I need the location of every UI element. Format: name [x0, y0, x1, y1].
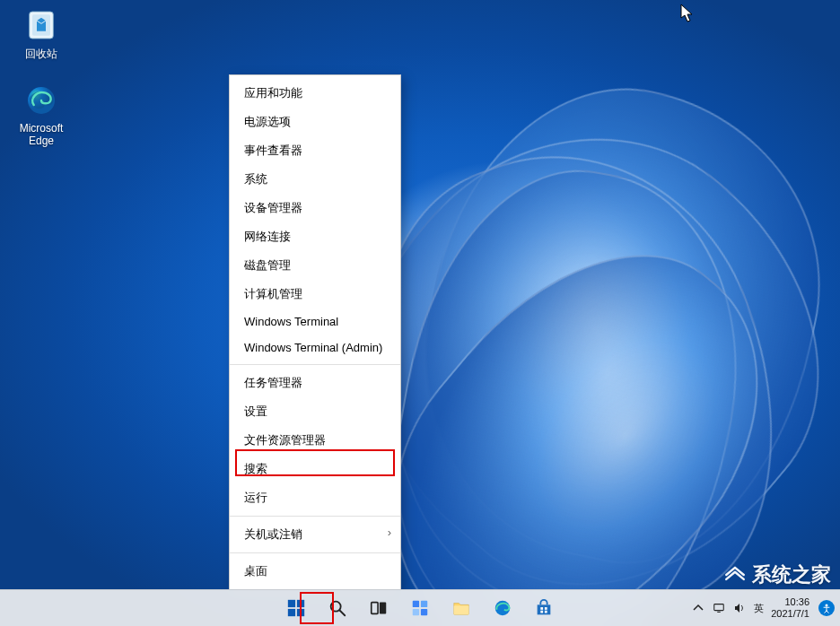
watermark-text: 系统之家	[752, 561, 831, 588]
tray-overflow-button[interactable]	[691, 601, 705, 615]
menu-item-apps-features[interactable]: 应用和功能	[230, 79, 400, 108]
store-icon	[534, 598, 554, 618]
svg-point-23	[826, 604, 828, 607]
desktop-icon-recycle-bin[interactable]: 回收站	[7, 7, 75, 62]
folder-icon	[451, 598, 471, 618]
svg-line-8	[340, 611, 346, 616]
taskbar-center-group	[278, 590, 562, 626]
widgets-icon	[410, 598, 430, 618]
winx-context-menu: 应用和功能 电源选项 事件查看器 系统 设备管理器 网络连接 磁盘管理 计算机管…	[229, 74, 401, 590]
menu-item-windows-terminal[interactable]: Windows Terminal	[230, 309, 400, 335]
recycle-bin-icon	[23, 7, 59, 43]
svg-rect-15	[454, 605, 469, 614]
menu-item-desktop[interactable]: 桌面	[230, 557, 400, 586]
tray-date: 2021/7/1	[771, 608, 809, 620]
menu-separator	[230, 364, 400, 365]
task-view-icon	[369, 598, 389, 618]
taskbar-widgets-button[interactable]	[402, 590, 438, 626]
monitor-icon	[713, 602, 725, 614]
menu-item-device-manager[interactable]: 设备管理器	[230, 194, 400, 222]
svg-rect-12	[421, 601, 427, 607]
svg-rect-19	[540, 611, 543, 613]
svg-rect-17	[540, 607, 543, 610]
edge-icon	[23, 83, 59, 118]
tray-time: 10:36	[771, 596, 809, 608]
desktop-wallpaper	[0, 0, 840, 626]
svg-point-7	[331, 602, 341, 612]
svg-rect-20	[545, 611, 547, 613]
menu-separator	[230, 516, 400, 517]
svg-rect-4	[297, 600, 304, 607]
tray-network-icon[interactable]	[713, 601, 725, 615]
menu-item-task-manager[interactable]: 任务管理器	[230, 369, 400, 397]
svg-rect-3	[288, 600, 295, 607]
menu-item-windows-terminal-admin[interactable]: Windows Terminal (Admin)	[230, 335, 400, 361]
svg-rect-10	[380, 603, 386, 614]
taskbar-store-button[interactable]	[526, 590, 562, 626]
person-icon	[821, 603, 832, 613]
svg-rect-13	[413, 609, 419, 615]
menu-item-search[interactable]: 搜索	[230, 455, 400, 483]
watermark: 系统之家	[723, 561, 831, 588]
chevron-up-icon	[691, 601, 705, 615]
tray-volume-icon[interactable]	[732, 601, 747, 615]
menu-item-computer-management[interactable]: 计算机管理	[230, 280, 400, 309]
menu-item-run[interactable]: 运行	[230, 483, 400, 512]
svg-rect-21	[714, 604, 724, 611]
desktop-icon-label: 回收站	[7, 47, 75, 62]
menu-item-event-viewer[interactable]: 事件查看器	[230, 136, 400, 165]
speaker-icon	[732, 601, 747, 615]
menu-separator	[230, 552, 400, 553]
menu-item-system[interactable]: 系统	[230, 165, 400, 194]
tray-ime-button[interactable]: 英	[754, 601, 764, 615]
svg-rect-11	[413, 601, 419, 607]
windows-start-icon	[286, 598, 306, 618]
tray-accessibility-icon[interactable]	[818, 600, 835, 616]
taskbar-edge-button[interactable]	[485, 590, 521, 626]
svg-rect-14	[421, 609, 427, 615]
taskbar-system-tray: 英 10:36 2021/7/1	[691, 590, 835, 626]
menu-item-file-explorer[interactable]: 文件资源管理器	[230, 426, 400, 455]
menu-item-power-options[interactable]: 电源选项	[230, 108, 400, 136]
taskbar-search-button[interactable]	[319, 590, 355, 626]
svg-rect-5	[288, 609, 295, 616]
taskbar-file-explorer-button[interactable]	[443, 590, 479, 626]
desktop-icon-edge[interactable]: Microsoft Edge	[7, 83, 75, 147]
svg-rect-18	[545, 607, 547, 610]
menu-item-network-connections[interactable]: 网络连接	[230, 222, 400, 251]
menu-item-settings[interactable]: 设置	[230, 397, 400, 426]
house-icon	[723, 563, 747, 587]
tray-clock[interactable]: 10:36 2021/7/1	[771, 596, 811, 619]
taskbar-start-button[interactable]	[278, 590, 314, 626]
desktop-icon-label: Microsoft Edge	[7, 122, 75, 147]
menu-item-disk-management[interactable]: 磁盘管理	[230, 251, 400, 280]
taskbar: 英 10:36 2021/7/1	[0, 589, 840, 626]
svg-rect-9	[372, 603, 378, 614]
taskbar-task-view-button[interactable]	[361, 590, 397, 626]
svg-rect-6	[297, 609, 304, 616]
search-icon	[328, 598, 347, 618]
menu-item-shutdown-signout[interactable]: 关机或注销	[230, 520, 400, 549]
edge-icon	[493, 598, 512, 618]
